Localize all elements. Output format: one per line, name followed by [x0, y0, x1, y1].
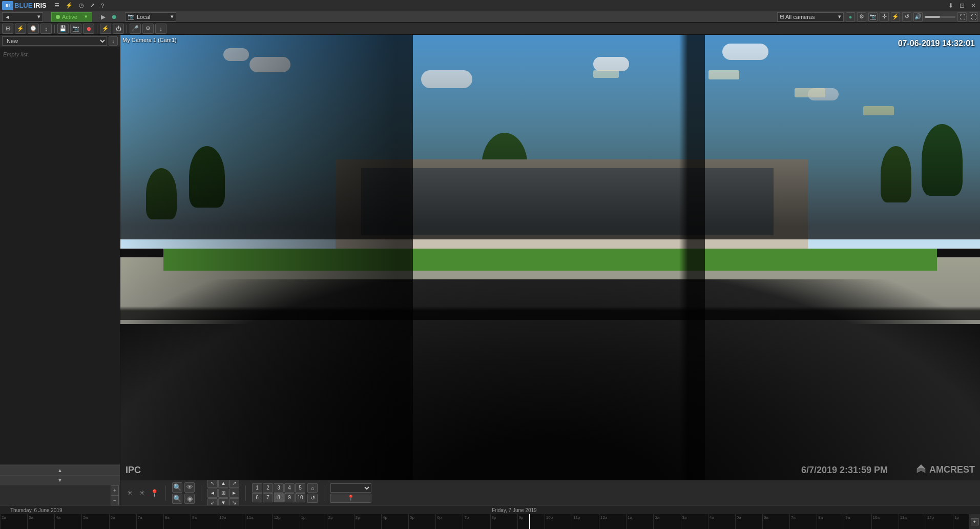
layout-select-dropdown[interactable] [330, 483, 371, 493]
tb-power-btn[interactable]: ⏻ [113, 24, 124, 34]
zoom-in-btn[interactable]: 🔍 [172, 482, 182, 493]
tb-camera-btn[interactable]: 📷 [70, 24, 81, 34]
tl-fri-10a: 10a [871, 514, 899, 529]
tl-fri-2a: 2a [653, 514, 680, 529]
vc-divider1 [165, 485, 166, 501]
num-btn-1[interactable]: 1 [252, 483, 262, 493]
refresh-btn[interactable]: ↺ [902, 12, 911, 22]
active-status-badge[interactable]: Active ▾ [51, 12, 92, 22]
ptz-btn[interactable]: ✛ [880, 12, 889, 22]
zoom-in-btn[interactable]: + [111, 485, 119, 496]
video-frame[interactable]: 07-06-2019 14:32:01 IPC 6/7/2019 2:31:59… [120, 35, 980, 480]
sidebar-scroll-down-btn[interactable]: ▼ [0, 475, 120, 485]
menu-clock-icon[interactable]: ◷ [76, 1, 87, 10]
num-btn-2[interactable]: 2 [263, 483, 273, 493]
camera-icon-sm: 📷 [128, 13, 135, 20]
tl-12p: 12p [272, 514, 299, 529]
tb-settings-btn[interactable]: ⚙ [142, 24, 154, 34]
nav-left-btn[interactable]: ◄ [207, 489, 218, 498]
tl-4a: 4a [54, 514, 81, 529]
tb-layout-btn[interactable]: ⊞ [2, 24, 13, 34]
menu-lightning-icon[interactable]: ⚡ [63, 1, 75, 10]
tl-fri-9a: 9a [844, 514, 871, 529]
expand-btn[interactable]: ⛶ [957, 12, 967, 22]
tb-mic-btn[interactable]: 🎤 [130, 24, 141, 34]
number-grid-area: 1 2 3 4 5 6 7 8 9 10 ⌂ ↺ [252, 483, 318, 503]
download-icon[interactable]: ⬇ [946, 1, 955, 10]
pin-location-btn[interactable]: 📍 [330, 494, 371, 503]
cycle-btn[interactable]: ↺ [307, 494, 318, 503]
menu-help-icon[interactable]: ? [98, 2, 107, 10]
num-btn-5[interactable]: 5 [295, 483, 305, 493]
menu-list-icon[interactable]: ☰ [52, 1, 62, 10]
tl-9a: 9a [191, 514, 218, 529]
tb-record-btn[interactable]: ⏺ [83, 24, 94, 34]
home-btn[interactable]: ⌂ [307, 483, 318, 493]
eye-icon[interactable]: 👁 [184, 482, 195, 493]
tl-11a: 11a [245, 514, 272, 529]
timestamp-top: 07-06-2019 14:32:01 [898, 39, 975, 48]
num-btn-3[interactable]: 3 [274, 483, 284, 493]
num-btn-10[interactable]: 10 [295, 493, 305, 502]
tl-1p: 1p [300, 514, 327, 529]
tl-10a: 10a [218, 514, 245, 529]
num-btn-6[interactable]: 6 [252, 493, 262, 502]
num-btn-8[interactable]: 8 [274, 493, 284, 502]
dot-btn[interactable]: ● [846, 12, 855, 22]
menu-chart-icon[interactable]: ↗ [88, 1, 97, 10]
volume-btn[interactable]: 🔊 [913, 12, 923, 22]
tb-clock-btn[interactable]: ⌚ [28, 24, 39, 34]
sidebar-new-select[interactable]: New [2, 36, 107, 46]
camera-title-label: My Camera 1 (Cam1) [122, 37, 177, 43]
timeline-track[interactable]: 2a 3a 4a 5a 6a 7a 8a 9a 10a 11a 12p 1p 2… [0, 514, 980, 529]
watermark-ipc-text: IPC [126, 465, 141, 476]
tl-8p: 8p [490, 514, 517, 529]
tl-3a: 3a [27, 514, 54, 529]
play-button[interactable]: ▶ [98, 12, 108, 22]
tl-fri-12a: 12a [599, 514, 626, 529]
main-toolbar: ⊞ ⚡ ⌚ ↕ 💾 📷 ⏺ ⚡ ⏻ 🎤 ⚙ ↓ [0, 23, 980, 35]
vc-divider3 [245, 485, 246, 501]
num-btn-9[interactable]: 9 [284, 493, 295, 502]
tb-lightning2-btn[interactable]: ⚡ [100, 24, 111, 34]
friday-label: Friday, 7 June 2019 [492, 507, 537, 513]
nav-center-btn[interactable]: ⊞ [218, 489, 228, 498]
status-control-bar: ◄ ▾ Active ▾ ▶ ⏺ 📷 Local ▾ ⊞ All cameras… [0, 11, 980, 23]
navigation-dropdown[interactable]: ◄ ▾ [2, 12, 43, 22]
eye-small-icon[interactable]: ◉ [184, 494, 195, 504]
tl-fri-4a: 4a [708, 514, 735, 529]
local-dropdown[interactable]: 📷 Local ▾ [125, 12, 176, 22]
tb-lightning-btn[interactable]: ⚡ [15, 24, 26, 34]
sidebar-download-btn[interactable]: ↓ [109, 36, 118, 46]
zoom-out-btn[interactable]: 🔍 [172, 494, 182, 504]
logo-blue-text: BLUE [14, 2, 32, 9]
video-area: My Camera 1 (Cam1) [120, 35, 980, 505]
volume-slider[interactable] [925, 16, 955, 18]
schedule-btn[interactable]: ⚡ [891, 12, 900, 22]
fullscreen-btn[interactable]: ⛶ [969, 12, 978, 22]
camera-settings-btn[interactable]: 📷 [868, 12, 878, 22]
nav-upleft-btn[interactable]: ↖ [207, 479, 218, 488]
settings-btn[interactable]: ⚙ [857, 12, 866, 22]
network-icon[interactable]: ⊡ [957, 1, 967, 10]
tl-7a: 7a [136, 514, 163, 529]
nav-upright-btn[interactable]: ↗ [229, 479, 239, 488]
tb-divider1 [54, 25, 55, 33]
zoom-out-btn[interactable]: − [111, 496, 119, 506]
num-btn-4[interactable]: 4 [284, 483, 295, 493]
close-app-icon[interactable]: ✕ [969, 1, 978, 10]
nav-dropdown-arrow: ▾ [37, 13, 40, 20]
nav-right-btn[interactable]: ► [229, 489, 239, 498]
sidebar-scroll-up-btn[interactable]: ▲ [0, 465, 120, 475]
top-menu-bar: BI BLUE IRIS ☰ ⚡ ◷ ↗ ? ⬇ ⊡ ✕ [0, 0, 980, 11]
tb-download-btn[interactable]: ↓ [155, 24, 166, 34]
record-button[interactable]: ⏺ [110, 12, 119, 22]
tl-fri-5a: 5a [735, 514, 762, 529]
num-btn-7[interactable]: 7 [263, 493, 273, 502]
all-cameras-dropdown[interactable]: ⊞ All cameras ▾ [777, 12, 844, 22]
tb-sort-btn[interactable]: ↕ [40, 24, 52, 34]
tl-zoom-in-btn[interactable]: + [971, 518, 979, 525]
tl-9p: 9p [517, 514, 545, 529]
tb-save-btn[interactable]: 💾 [57, 24, 69, 34]
nav-up-btn[interactable]: ▲ [218, 479, 228, 488]
